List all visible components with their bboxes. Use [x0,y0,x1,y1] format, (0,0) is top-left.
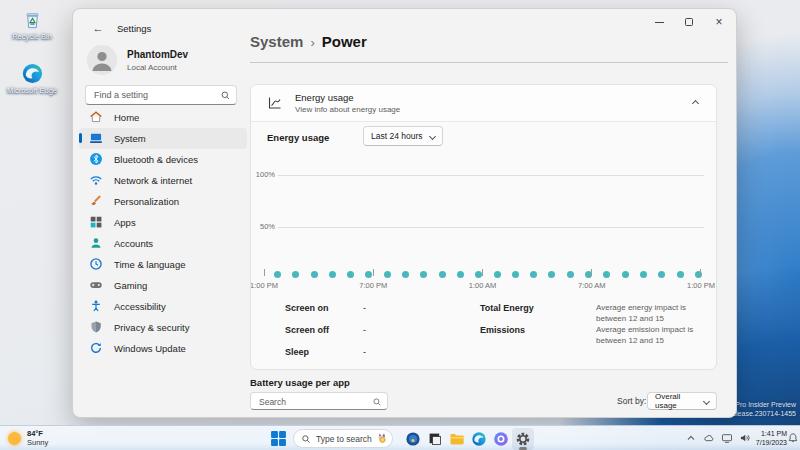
sidebar-item-label: Gaming [114,280,147,291]
sidebar-item-label: Accessibility [114,301,166,312]
taskbar-task-view-icon[interactable] [424,428,446,450]
volume-icon[interactable] [737,430,752,445]
chevron-up-icon[interactable] [683,430,698,445]
stat-label: Screen on [285,303,329,313]
taskbar-search-placeholder: Type to search [316,434,375,444]
sidebar-item-accessibility[interactable]: Accessibility [79,296,247,317]
taskbar: 84°F Sunny Type to search 1:41 PM 7/19/2… [0,425,800,450]
x-tick-mark [591,269,592,276]
account-name: PhantomDev [127,49,188,60]
sidebar-item-label: Privacy & security [114,322,190,333]
page-title: Power [322,33,367,50]
apps-icon [89,215,103,229]
sidebar-item-label: Accounts [114,238,153,249]
taskbar-pinned-app-blue-icon[interactable] [402,428,424,450]
sidebar-item-apps[interactable]: Apps [79,212,247,233]
gaming-icon [89,278,103,292]
sidebar-item-system[interactable]: System [79,128,247,149]
recycle-bin-icon [5,8,59,31]
chevron-up-icon[interactable] [692,100,699,107]
stat-value: - [363,347,366,357]
maximize-button[interactable] [672,9,706,35]
sidebar-item-label: Bluetooth & devices [114,154,198,165]
settings-search-input[interactable]: Find a setting [85,85,237,105]
gridline-50 [278,227,704,228]
taskbar-clock[interactable]: 1:41 PM 7/19/2023 [756,429,787,447]
x-tick-label: 7:00 PM [343,281,403,290]
sort-value: Overall usage [655,392,704,410]
edge-icon [5,62,59,85]
taskbar-settings-icon[interactable] [512,428,534,450]
search-highlights-icon [375,432,388,445]
sidebar-item-privacy[interactable]: Privacy & security [79,317,247,338]
battery-search-input[interactable]: Search [250,392,388,410]
sidebar-item-accounts[interactable]: Accounts [79,233,247,254]
back-button[interactable]: ← [89,19,107,37]
x-tick-label: 7:00 AM [562,281,622,290]
breadcrumb-separator: › [310,35,314,50]
clock-time: 1:41 PM [761,430,787,437]
sidebar-item-home[interactable]: Home [79,107,247,128]
x-tick-label: 1:00 AM [453,281,513,290]
sun-icon [8,432,21,445]
taskbar-file-explorer-icon[interactable] [446,428,468,450]
x-tick-mark [482,269,483,276]
close-button[interactable]: × [702,9,736,35]
desktop-icon-recycle-bin[interactable]: Recycle Bin [5,8,59,42]
network-icon[interactable] [719,430,734,445]
chevron-down-icon [703,397,710,404]
sidebar-item-personalization[interactable]: Personalization [79,191,247,212]
energy-usage-card: Energy usage View info about energy usag… [250,84,717,370]
sidebar-nav: HomeSystemBluetooth & devicesNetwork & i… [79,107,247,359]
start-button[interactable] [270,430,287,447]
settings-window: ← Settings × PhantomDev Local Account Fi… [72,8,737,418]
sidebar-item-network[interactable]: Network & internet [79,170,247,191]
search-icon [301,434,311,444]
weather-condition: Sunny [27,438,48,447]
stat-value: - [363,325,366,335]
sidebar-item-time[interactable]: Time & language [79,254,247,275]
breadcrumb: System › Power [250,33,367,50]
x-tick-label: 1:00 PM [671,281,717,290]
taskbar-copilot-icon[interactable] [490,428,512,450]
notification-bell-icon[interactable] [787,432,799,444]
minimize-button[interactable] [642,9,676,35]
desktop: Recycle BinMicrosoft Edge Windows 11 Pro… [0,0,800,450]
taskbar-pinned-apps [402,428,534,450]
sidebar-item-label: Windows Update [114,343,186,354]
taskbar-search-box[interactable]: Type to search [293,429,393,448]
x-tick-mark [700,269,701,276]
y-tick-50: 50% [251,222,275,231]
clock-date: 7/19/2023 [756,439,787,446]
avatar[interactable] [87,45,117,75]
energy-usage-expander[interactable]: Energy usage View info about energy usag… [251,85,716,122]
bluetooth-icon [89,152,103,166]
card-title: Energy usage [295,92,354,103]
onedrive-icon[interactable] [701,430,716,445]
sidebar-item-label: Home [114,112,139,123]
network-icon [89,173,103,187]
desktop-icon-edge[interactable]: Microsoft Edge [5,62,59,96]
stat-value: - [363,303,366,313]
taskbar-edge-icon[interactable] [468,428,490,450]
accessibility-icon [89,299,103,313]
x-tick-label: 1:00 PM [250,281,294,290]
sidebar-item-update[interactable]: Windows Update [79,338,247,359]
selected-indicator [79,133,82,143]
time-range-dropdown[interactable]: Last 24 hours [363,126,443,146]
chevron-down-icon [429,132,436,139]
x-axis-ticks: 1:00 PM7:00 PM1:00 AM7:00 AM1:00 PM [264,269,701,277]
sidebar-item-label: Personalization [114,196,179,207]
settings-search-placeholder: Find a setting [94,90,148,100]
desktop-icon-label: Microsoft Edge [7,86,57,95]
weather-widget[interactable]: 84°F Sunny [8,429,48,448]
sidebar-item-label: System [114,133,146,144]
personalization-icon [89,194,103,208]
system-tray [683,430,752,445]
breadcrumb-system[interactable]: System [250,33,303,50]
sidebar-item-bluetooth[interactable]: Bluetooth & devices [79,149,247,170]
stat-label: Emissions [480,325,525,335]
sidebar-item-gaming[interactable]: Gaming [79,275,247,296]
sort-dropdown[interactable]: Overall usage [647,392,717,410]
privacy-icon [89,320,103,334]
